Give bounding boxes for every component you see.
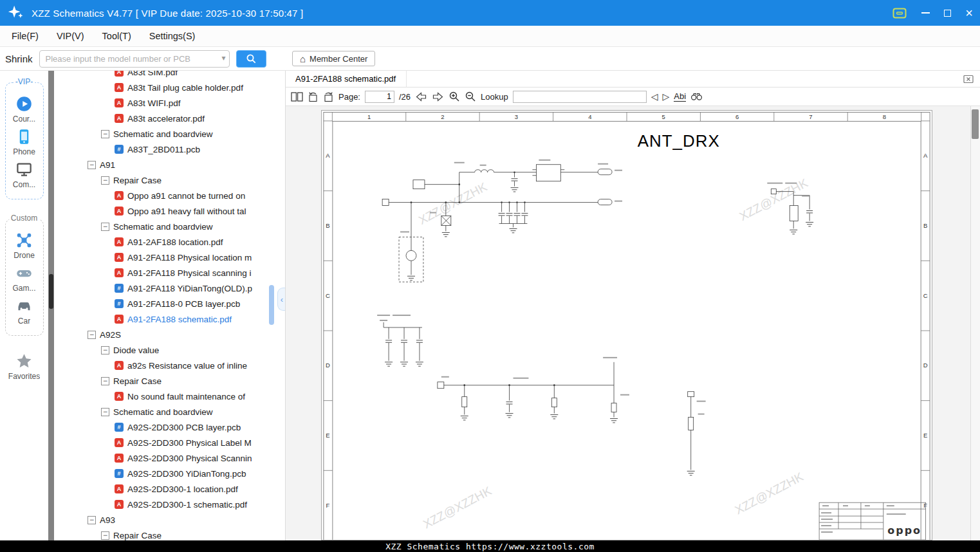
tree-item[interactable]: AA83t SIM.pdf: [54, 71, 285, 80]
collapse-icon[interactable]: −: [101, 223, 109, 231]
tree-item[interactable]: AA83t WIFI.pdf: [54, 95, 285, 111]
tree-item[interactable]: AA92S-2DD300 Physical Label M: [54, 435, 285, 450]
menu-item-file[interactable]: File(F): [3, 26, 48, 46]
next-page-icon[interactable]: [432, 90, 444, 103]
tree-item[interactable]: AA92S-2DD300-1 location.pdf: [54, 481, 285, 497]
shrink-button[interactable]: Shrink: [5, 53, 33, 64]
tree-item[interactable]: Aa92s Resistance value of inline: [54, 358, 285, 373]
sidebar-item-label: Cour...: [13, 115, 35, 124]
collapse-panel-handle[interactable]: ‹: [277, 288, 285, 311]
sidebar-item-com[interactable]: Com...: [13, 161, 35, 189]
collapse-icon[interactable]: −: [101, 531, 109, 540]
tree-item[interactable]: AA83t Tail plug cable holder.pdf: [54, 80, 285, 95]
minimize-button[interactable]: [914, 3, 936, 23]
tree-scrollbar-thumb[interactable]: [49, 274, 53, 309]
pdf-file-icon: A: [115, 268, 124, 277]
collapse-icon[interactable]: −: [88, 331, 96, 339]
tree-item[interactable]: #A91-2FA118 YiDianTong(OLD).p: [54, 281, 285, 296]
rotate-right-icon[interactable]: [323, 90, 334, 103]
previous-page-icon[interactable]: [415, 90, 427, 103]
tree-item[interactable]: −A92S: [54, 327, 285, 342]
menu-item-settings[interactable]: Settings(S): [140, 26, 205, 46]
pdf-file-icon: A: [115, 237, 124, 246]
tree-item[interactable]: −Repair Case: [54, 373, 285, 389]
collapse-icon[interactable]: −: [88, 161, 96, 169]
tree-item[interactable]: −Repair Case: [54, 528, 285, 540]
member-center-button[interactable]: ⌂ Member Center: [292, 51, 375, 66]
collapse-icon[interactable]: −: [101, 346, 109, 354]
tree-item[interactable]: −A91: [54, 157, 285, 172]
tree-item[interactable]: −A93: [54, 512, 285, 528]
tree-item[interactable]: −Schematic and boardview: [54, 219, 285, 234]
tree-item[interactable]: #A92S-2DD300 YiDianTong.pcb: [54, 466, 285, 481]
tree-item[interactable]: #A91-2FA118-0 PCB layer.pcb: [54, 296, 285, 311]
gamepad-icon: [15, 264, 33, 282]
chevron-down-icon[interactable]: ▾: [222, 53, 226, 62]
tree-item[interactable]: −Schematic and boardview: [54, 404, 285, 419]
tree-item[interactable]: ANo sound fault maintenance of: [54, 389, 285, 404]
menu-item-tool[interactable]: Tool(T): [93, 26, 140, 46]
tree-item[interactable]: −Repair Case: [54, 172, 285, 188]
collapse-icon[interactable]: −: [101, 408, 109, 416]
tree-item-label: A91-2FA118 Physical location m: [127, 253, 252, 262]
search-button[interactable]: [236, 50, 266, 68]
tree-item[interactable]: AA83t accelerator.pdf: [54, 111, 285, 126]
close-tab-icon[interactable]: [963, 74, 974, 84]
tree-item[interactable]: AA91-2FA188 schematic.pdf: [54, 311, 285, 327]
tree-item[interactable]: AA91-2FA118 Physical location m: [54, 250, 285, 265]
page-label: Page:: [338, 92, 360, 102]
collapse-icon[interactable]: −: [88, 516, 96, 524]
tree-item-label: A91: [100, 160, 115, 170]
tree-item[interactable]: AOppo a91 cannot be turned on: [54, 188, 285, 203]
tree-inner-scroll-thumb[interactable]: [269, 285, 274, 325]
rotate-left-icon[interactable]: [308, 90, 319, 103]
binoculars-icon[interactable]: [690, 90, 703, 103]
lookup-input[interactable]: [513, 91, 647, 103]
collapse-icon[interactable]: −: [101, 377, 109, 385]
find-previous-icon[interactable]: ◁: [651, 91, 658, 102]
sidebar-item-cour[interactable]: Cour...: [13, 95, 35, 124]
tree-item[interactable]: AA91-2FA118 Physical scanning i: [54, 265, 285, 281]
pdf-file-icon: A: [115, 83, 124, 92]
pdf-file-icon: A: [115, 454, 124, 463]
sidebar-item-gam[interactable]: Gam...: [12, 264, 35, 293]
tree-item[interactable]: −Schematic and boardview: [54, 126, 285, 142]
sidebar-item-drone[interactable]: Drone: [12, 232, 35, 260]
menu-item-vip[interactable]: VIP(V): [48, 26, 93, 46]
tree-item[interactable]: AA92S-2DD300 Physical Scannin: [54, 450, 285, 466]
sidebar-item-favorites[interactable]: Favorites: [0, 353, 48, 381]
maximize-button[interactable]: [936, 3, 958, 23]
grid-column-label: 6: [735, 113, 739, 120]
find-next-icon[interactable]: ▷: [663, 91, 670, 102]
app-logo-icon: [6, 3, 25, 23]
sidebar-item-car[interactable]: Car: [12, 297, 35, 326]
tree-item-label: A83t Tail plug cable holder.pdf: [127, 83, 243, 93]
close-button[interactable]: ×: [958, 3, 980, 23]
tree-item[interactable]: #A83T_2BD011.pcb: [54, 142, 285, 157]
sidebar-item-phone[interactable]: Phone: [13, 128, 35, 156]
tree-scrollbar[interactable]: [48, 71, 54, 540]
vip-card-icon[interactable]: [889, 3, 911, 23]
grid-column-label: 2: [441, 113, 444, 120]
tree-item[interactable]: AOppo a91 heavy fall without tal: [54, 203, 285, 219]
model-search-input[interactable]: [39, 50, 230, 68]
zoom-out-icon[interactable]: [465, 90, 476, 103]
two-page-view-icon[interactable]: [291, 90, 303, 103]
document-tab[interactable]: A91-2FA188 schematic.pdf: [286, 71, 407, 87]
page-number-input[interactable]: [365, 91, 394, 103]
tree-item-label: A83T_2BD011.pcb: [127, 145, 200, 154]
tree-item[interactable]: −Diode value: [54, 342, 285, 358]
collapse-icon[interactable]: −: [101, 130, 109, 138]
zoom-in-icon[interactable]: [448, 90, 460, 103]
tree-item[interactable]: AA92S-2DD300-1 schematic.pdf: [54, 497, 285, 512]
collapse-icon[interactable]: −: [101, 176, 109, 185]
tree-item[interactable]: AA91-2AF188 location.pdf: [54, 234, 285, 250]
pdf-vertical-scrollbar[interactable]: [970, 106, 980, 540]
grid-column-label: 8: [883, 113, 886, 120]
match-case-button[interactable]: Abi: [674, 91, 686, 102]
pdf-scrollbar-thumb[interactable]: [972, 109, 979, 139]
sidebar-item-label: Com...: [13, 180, 35, 189]
pdf-file-icon: A: [115, 114, 124, 123]
pdf-file-icon: A: [115, 207, 124, 216]
tree-item[interactable]: #A92S-2DD300 PCB layer.pcb: [54, 419, 285, 435]
